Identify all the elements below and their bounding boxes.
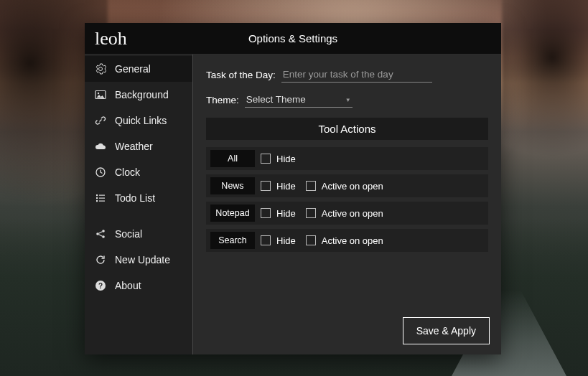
titlebar: leoh Options & Settings (85, 23, 501, 55)
dialog-title: Options & Settings (192, 32, 501, 44)
sidebar-item-clock[interactable]: Clock (85, 159, 192, 185)
tool-actions-header: Tool Actions (206, 118, 488, 140)
task-of-day-label: Task of the Day: (206, 70, 276, 80)
sidebar-item-about[interactable]: ? About (85, 273, 192, 299)
tool-row-news: News Hide Active on open (206, 174, 488, 197)
tool-row-notepad: Notepad Hide Active on open (206, 202, 488, 225)
task-of-day-input[interactable] (281, 67, 432, 83)
sidebar-item-general[interactable]: General (85, 56, 192, 82)
hide-checkbox-news[interactable] (261, 181, 271, 191)
hide-label: Hide (276, 154, 296, 164)
sidebar-item-label: New Update (115, 254, 170, 265)
svg-rect-8 (99, 201, 105, 202)
sidebar: General Background Quick Links Weather (85, 55, 192, 354)
question-icon: ? (95, 280, 106, 291)
sidebar-item-label: Social (115, 228, 142, 240)
image-icon (95, 89, 106, 100)
active-label: Active on open (322, 208, 383, 219)
list-icon (95, 192, 106, 204)
sidebar-item-quick-links[interactable]: Quick Links (85, 108, 192, 133)
sidebar-item-label: General (115, 63, 151, 75)
hide-label: Hide (276, 235, 296, 246)
active-label: Active on open (322, 235, 383, 246)
sidebar-item-label: Quick Links (115, 115, 167, 126)
share-icon (95, 228, 106, 240)
svg-point-1 (98, 93, 99, 94)
refresh-icon (95, 254, 106, 265)
svg-rect-3 (96, 194, 98, 196)
hide-label: Hide (276, 181, 296, 192)
svg-rect-7 (96, 200, 98, 202)
svg-rect-5 (96, 197, 98, 199)
sidebar-item-label: About (115, 280, 141, 291)
tool-label: Notepad (210, 205, 255, 222)
active-label: Active on open (322, 181, 383, 192)
hide-checkbox-search[interactable] (261, 235, 271, 245)
active-checkbox-notepad[interactable] (306, 208, 316, 218)
svg-point-10 (102, 230, 105, 232)
sidebar-item-weather[interactable]: Weather (85, 133, 192, 159)
active-checkbox-news[interactable] (306, 181, 316, 191)
sidebar-item-label: Clock (115, 166, 140, 178)
tool-label: Search (210, 232, 255, 249)
content-panel: Task of the Day: Theme: Select Theme ▼ T… (192, 55, 501, 354)
svg-rect-6 (99, 198, 105, 199)
hide-checkbox-all[interactable] (261, 154, 271, 164)
sidebar-item-new-update[interactable]: New Update (85, 247, 192, 273)
hide-label: Hide (276, 208, 296, 219)
settings-dialog: leoh Options & Settings General Backgrou… (85, 23, 501, 354)
svg-point-9 (96, 232, 99, 235)
save-apply-button[interactable]: Save & Apply (403, 317, 490, 344)
gear-icon (95, 63, 106, 75)
active-checkbox-search[interactable] (306, 235, 316, 245)
tool-label: News (210, 177, 255, 194)
svg-rect-4 (99, 195, 105, 196)
tool-row-search: Search Hide Active on open (206, 229, 488, 252)
tool-row-all: All Hide (206, 147, 488, 170)
sidebar-item-label: Background (115, 89, 169, 100)
sidebar-item-label: Todo List (115, 192, 155, 204)
tool-label: All (210, 150, 255, 167)
hide-checkbox-notepad[interactable] (261, 208, 271, 218)
link-icon (95, 115, 106, 126)
brand-logo: leoh (85, 28, 192, 50)
sidebar-item-label: Weather (115, 141, 153, 152)
svg-point-11 (102, 235, 105, 238)
sidebar-item-background[interactable]: Background (85, 82, 192, 108)
sidebar-item-social[interactable]: Social (85, 221, 192, 247)
clock-icon (95, 166, 106, 178)
theme-select[interactable]: Select Theme (245, 93, 353, 108)
cloud-icon (95, 141, 106, 152)
svg-text:?: ? (98, 282, 103, 290)
sidebar-item-todo-list[interactable]: Todo List (85, 185, 192, 211)
theme-label: Theme: (206, 95, 239, 105)
